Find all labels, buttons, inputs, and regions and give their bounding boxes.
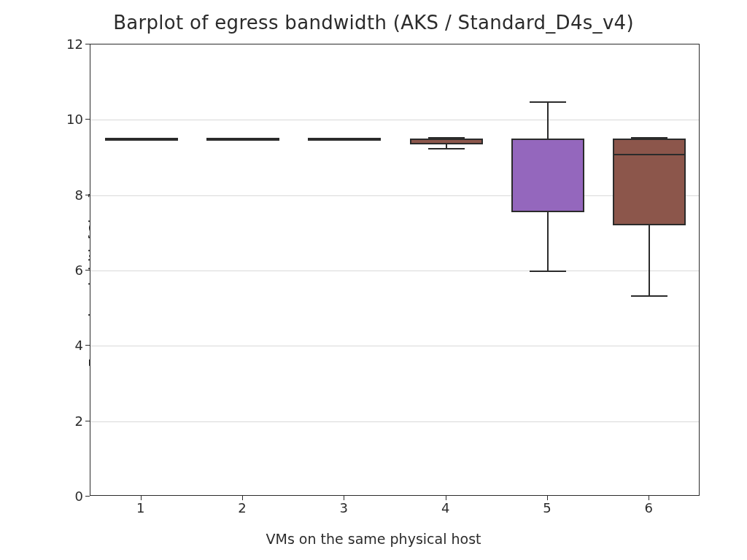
y-gridline: [90, 421, 699, 422]
y-tick-mark: [85, 195, 90, 195]
y-gridline: [90, 195, 699, 196]
box-cap-lower: [631, 295, 667, 297]
box-whisker-lower: [547, 212, 549, 271]
box-iqr: [511, 139, 584, 212]
y-gridline: [90, 120, 699, 120]
y-tick-mark: [85, 270, 90, 271]
x-tick-mark: [344, 496, 344, 500]
y-tick-label: 2: [39, 413, 83, 428]
y-tick-mark: [85, 44, 90, 44]
x-tick-label: 5: [533, 500, 562, 516]
y-gridline: [90, 271, 699, 271]
box-cap-lower: [530, 271, 566, 272]
y-tick-mark: [85, 496, 90, 497]
box-cap-lower: [428, 148, 465, 149]
x-tick-mark: [547, 496, 548, 500]
box-whisker-upper: [547, 101, 549, 139]
x-tick-mark: [446, 496, 446, 500]
x-tick-label: 6: [634, 500, 663, 516]
box-median: [105, 139, 178, 140]
x-tick-label: 1: [126, 500, 155, 516]
chart-figure: Barplot of egress bandwidth (AKS / Stand…: [0, 0, 747, 560]
box-median: [308, 139, 381, 140]
box-whisker-lower: [649, 225, 650, 295]
y-tick-mark: [85, 345, 90, 346]
y-tick-label: 8: [39, 187, 83, 202]
x-tick-label: 2: [228, 500, 257, 516]
y-tick-label: 12: [39, 36, 83, 52]
x-tick-mark: [242, 496, 243, 500]
y-tick-label: 0: [39, 489, 83, 504]
plot-area: [90, 44, 700, 496]
y-gridline: [90, 346, 699, 346]
box-iqr: [613, 139, 686, 225]
box-cap-upper: [530, 101, 566, 103]
chart-title: Barplot of egress bandwidth (AKS / Stand…: [0, 12, 747, 34]
box-median: [613, 154, 686, 155]
x-tick-mark: [141, 496, 142, 500]
y-tick-mark: [85, 119, 90, 120]
box-median: [511, 139, 584, 140]
y-tick-mark: [85, 421, 90, 421]
y-tick-label: 6: [39, 262, 83, 278]
y-tick-label: 10: [39, 112, 83, 127]
box-median: [410, 139, 483, 140]
box-median: [206, 139, 279, 140]
y-tick-label: 4: [39, 338, 83, 353]
x-tick-label: 3: [329, 500, 358, 516]
x-tick-mark: [649, 496, 649, 500]
x-tick-label: 4: [431, 500, 460, 516]
x-axis-label: VMs on the same physical host: [0, 531, 747, 547]
